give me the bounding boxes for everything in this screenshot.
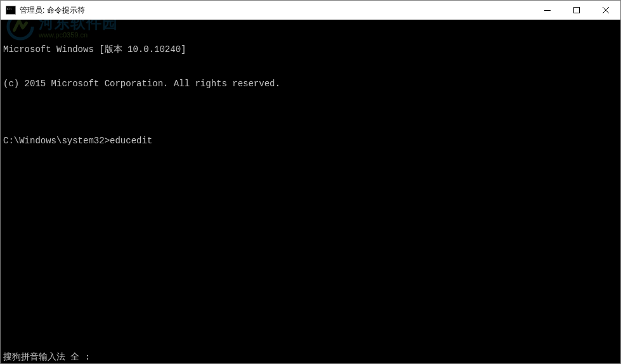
prompt-text: C:\Windows\system32> <box>3 136 110 146</box>
command-input-text: educedit <box>110 136 152 146</box>
terminal-area[interactable]: Microsoft Windows [版本 10.0.10240] (c) 20… <box>1 20 620 363</box>
window-controls <box>533 1 620 20</box>
close-button[interactable] <box>591 1 620 20</box>
maximize-button[interactable] <box>562 1 591 20</box>
terminal-line: (c) 2015 Microsoft Corporation. All righ… <box>3 78 618 89</box>
cmd-icon: C:\ <box>6 5 16 15</box>
svg-text:C:\: C:\ <box>7 7 12 11</box>
window-title: 管理员: 命令提示符 <box>20 5 85 16</box>
command-prompt-window: C:\ 管理员: 命令提示符 Microsoft Windows [版本 10.… <box>0 0 621 364</box>
prompt-line: C:\Windows\system32>educedit <box>3 135 618 146</box>
svg-rect-2 <box>544 10 551 11</box>
terminal-line: Microsoft Windows [版本 10.0.10240] <box>3 44 618 55</box>
minimize-button[interactable] <box>533 1 562 20</box>
ime-status: 搜狗拼音输入法 全 : <box>3 351 90 362</box>
titlebar[interactable]: C:\ 管理员: 命令提示符 <box>1 1 620 20</box>
svg-rect-3 <box>574 8 580 13</box>
